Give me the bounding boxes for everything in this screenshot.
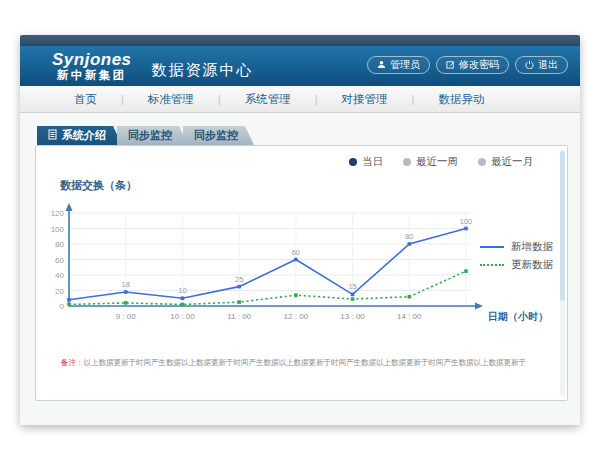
svg-text:80: 80 <box>405 232 413 241</box>
tab-sync-monitor-1[interactable]: 同步监控 <box>117 126 188 145</box>
app-header: Synjones 新中新集团 数据资源中心 管理员 修改密码 退出 <box>20 46 580 86</box>
nav-item-system-mgmt[interactable]: 系统管理 <box>221 92 315 107</box>
window-top-strip <box>20 35 580 46</box>
scrollbar-track[interactable] <box>560 149 565 397</box>
chart-legend: 新增数据 更新数据 <box>480 238 553 274</box>
nav-item-standard-mgmt[interactable]: 标准管理 <box>124 92 218 107</box>
user-button[interactable]: 管理员 <box>367 56 430 74</box>
company-logo: Synjones 新中新集团 <box>52 51 132 82</box>
svg-text:60: 60 <box>55 256 64 265</box>
footnote-text: ：以上数据更新于时间产生数据以上数据更新于时间产生数据以上数据更新于时间产生数据… <box>76 358 526 367</box>
tab-bar: 系统介绍 同步监控 同步监控 <box>37 126 568 145</box>
radio-last-week[interactable]: 最近一周 <box>403 155 458 169</box>
nav-item-home[interactable]: 首页 <box>50 92 121 107</box>
tab-sync-monitor-2[interactable]: 同步监控 <box>183 126 254 145</box>
svg-text:15: 15 <box>348 282 356 291</box>
logout-label: 退出 <box>538 58 558 72</box>
tab-label: 系统介绍 <box>62 128 106 143</box>
radio-label: 最近一月 <box>491 155 533 169</box>
logo-title: Synjones <box>52 51 132 68</box>
logout-button[interactable]: 退出 <box>515 56 568 74</box>
nav-item-interface-mgmt[interactable]: 对接管理 <box>318 92 412 107</box>
svg-text:10 : 00: 10 : 00 <box>170 312 195 321</box>
svg-text:13 : 00: 13 : 00 <box>340 312 365 321</box>
svg-text:100: 100 <box>460 217 473 226</box>
power-icon <box>525 60 534 71</box>
scrollbar-thumb[interactable] <box>560 151 565 301</box>
nav-item-data-change[interactable]: 数据异动 <box>414 92 508 107</box>
legend-line-sample <box>480 264 504 266</box>
edit-icon <box>446 60 455 71</box>
y-axis-label: 数据交换（条） <box>60 178 137 193</box>
radio-dot[interactable] <box>478 158 486 166</box>
chart-panel: 当日 最近一周 最近一月 数据交换（条） 0204060801001209 : … <box>35 145 568 401</box>
main-nav: 首页 标准管理 系统管理 对接管理 数据异动 <box>20 86 580 113</box>
legend-label: 更新数据 <box>511 258 553 272</box>
change-password-label: 修改密码 <box>459 58 499 72</box>
footnote: 备注：以上数据更新于时间产生数据以上数据更新于时间产生数据以上数据更新于时间产生… <box>61 358 526 368</box>
change-password-button[interactable]: 修改密码 <box>436 56 509 74</box>
app-window: Synjones 新中新集团 数据资源中心 管理员 修改密码 退出 <box>20 35 580 425</box>
legend-line-sample <box>480 246 504 248</box>
radio-dot[interactable] <box>349 158 357 166</box>
svg-text:12 : 00: 12 : 00 <box>284 312 309 321</box>
svg-text:60: 60 <box>292 248 300 257</box>
content-area: 系统介绍 同步监控 同步监控 当日 最近一周 <box>20 113 580 401</box>
svg-text:0: 0 <box>60 302 65 311</box>
footnote-label: 备注 <box>61 358 76 367</box>
svg-text:100: 100 <box>51 225 65 234</box>
svg-text:18: 18 <box>122 280 130 289</box>
svg-text:10: 10 <box>178 286 186 295</box>
header-actions: 管理员 修改密码 退出 <box>367 56 568 74</box>
svg-text:40: 40 <box>55 271 64 280</box>
svg-text:20: 20 <box>55 287 64 296</box>
radio-label: 当日 <box>362 155 383 169</box>
svg-text:14 : 00: 14 : 00 <box>397 312 422 321</box>
user-button-label: 管理员 <box>390 58 420 72</box>
tab-label: 同步监控 <box>128 128 172 143</box>
radio-last-month[interactable]: 最近一月 <box>478 155 533 169</box>
user-icon <box>377 60 386 71</box>
svg-text:25: 25 <box>235 275 243 284</box>
page-title: 数据资源中心 <box>152 61 254 80</box>
logo-subtitle: 新中新集团 <box>52 70 132 82</box>
radio-dot[interactable] <box>403 158 411 166</box>
svg-text:9 : 00: 9 : 00 <box>116 312 137 321</box>
svg-text:80: 80 <box>55 240 64 249</box>
legend-label: 新增数据 <box>511 240 553 254</box>
svg-text:日期（小时）: 日期（小时） <box>488 311 548 322</box>
radio-label: 最近一周 <box>416 155 458 169</box>
svg-text:120: 120 <box>51 209 65 218</box>
tab-label: 同步监控 <box>194 128 238 143</box>
document-icon <box>48 129 57 142</box>
radio-today[interactable]: 当日 <box>349 155 383 169</box>
legend-item-updated-data: 更新数据 <box>480 256 553 274</box>
svg-text:11 : 00: 11 : 00 <box>227 312 251 321</box>
range-selector: 当日 最近一周 最近一月 <box>349 155 533 169</box>
legend-item-new-data: 新增数据 <box>480 238 553 256</box>
tab-system-intro[interactable]: 系统介绍 <box>37 126 122 145</box>
